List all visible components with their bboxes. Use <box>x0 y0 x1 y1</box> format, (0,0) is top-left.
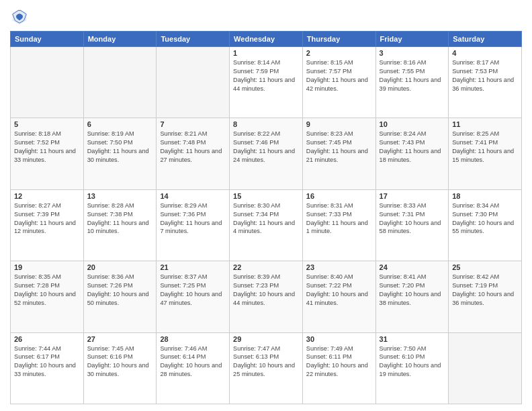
day-number: 5 <box>14 120 80 128</box>
calendar-day-cell: 11Sunrise: 8:25 AMSunset: 7:41 PMDayligh… <box>449 118 522 189</box>
day-number: 3 <box>380 49 445 57</box>
calendar-day-cell: 15Sunrise: 8:30 AMSunset: 7:34 PMDayligh… <box>230 189 303 261</box>
calendar-day-cell: 31Sunrise: 7:50 AMSunset: 6:10 PMDayligh… <box>375 332 449 404</box>
header <box>10 7 522 26</box>
day-number: 13 <box>87 192 153 200</box>
day-info: Sunrise: 8:34 AMSunset: 7:30 PMDaylight:… <box>452 202 514 235</box>
day-number: 22 <box>233 263 299 271</box>
calendar-day-cell: 8Sunrise: 8:22 AMSunset: 7:46 PMDaylight… <box>230 118 303 189</box>
day-info: Sunrise: 8:33 AMSunset: 7:31 PMDaylight:… <box>380 202 441 235</box>
calendar-day-cell: 17Sunrise: 8:33 AMSunset: 7:31 PMDayligh… <box>375 189 449 261</box>
calendar-header-tuesday: Tuesday <box>157 32 230 47</box>
calendar-day-cell: 3Sunrise: 8:16 AMSunset: 7:55 PMDaylight… <box>375 47 449 118</box>
calendar-day-cell: 23Sunrise: 8:40 AMSunset: 7:22 PMDayligh… <box>302 261 375 332</box>
day-info: Sunrise: 8:15 AMSunset: 7:57 PMDaylight:… <box>306 59 368 92</box>
day-number: 30 <box>306 335 372 343</box>
day-info: Sunrise: 8:35 AMSunset: 7:28 PMDaylight:… <box>14 273 76 306</box>
calendar-day-cell: 16Sunrise: 8:31 AMSunset: 7:33 PMDayligh… <box>302 189 375 261</box>
calendar-day-cell: 28Sunrise: 7:46 AMSunset: 6:14 PMDayligh… <box>157 332 230 404</box>
day-number: 29 <box>233 335 299 343</box>
calendar-day-cell <box>83 47 157 118</box>
calendar-day-cell: 2Sunrise: 8:15 AMSunset: 7:57 PMDaylight… <box>302 47 375 118</box>
calendar-day-cell: 21Sunrise: 8:37 AMSunset: 7:25 PMDayligh… <box>157 261 230 332</box>
calendar-day-cell: 1Sunrise: 8:14 AMSunset: 7:59 PMDaylight… <box>230 47 303 118</box>
calendar-day-cell: 12Sunrise: 8:27 AMSunset: 7:39 PMDayligh… <box>11 189 84 261</box>
day-info: Sunrise: 8:27 AMSunset: 7:39 PMDaylight:… <box>14 202 76 235</box>
calendar-day-cell: 30Sunrise: 7:49 AMSunset: 6:11 PMDayligh… <box>302 332 375 404</box>
day-number: 15 <box>233 192 299 200</box>
calendar-day-cell: 22Sunrise: 8:39 AMSunset: 7:23 PMDayligh… <box>230 261 303 332</box>
day-number: 1 <box>233 49 299 57</box>
calendar-day-cell: 26Sunrise: 7:44 AMSunset: 6:17 PMDayligh… <box>11 332 84 404</box>
day-info: Sunrise: 7:44 AMSunset: 6:17 PMDaylight:… <box>14 345 76 378</box>
calendar-day-cell: 13Sunrise: 8:28 AMSunset: 7:38 PMDayligh… <box>83 189 157 261</box>
calendar-day-cell: 6Sunrise: 8:19 AMSunset: 7:50 PMDaylight… <box>83 118 157 189</box>
day-info: Sunrise: 8:31 AMSunset: 7:33 PMDaylight:… <box>306 202 368 235</box>
calendar-day-cell <box>11 47 84 118</box>
day-number: 18 <box>452 192 518 200</box>
day-number: 8 <box>233 120 299 128</box>
calendar-day-cell: 27Sunrise: 7:45 AMSunset: 6:16 PMDayligh… <box>83 332 157 404</box>
day-info: Sunrise: 8:42 AMSunset: 7:19 PMDaylight:… <box>452 273 514 306</box>
day-number: 10 <box>380 120 445 128</box>
day-info: Sunrise: 8:37 AMSunset: 7:25 PMDaylight:… <box>160 273 222 306</box>
day-info: Sunrise: 7:45 AMSunset: 6:16 PMDaylight:… <box>87 345 149 378</box>
calendar-day-cell: 5Sunrise: 8:18 AMSunset: 7:52 PMDaylight… <box>11 118 84 189</box>
day-number: 24 <box>380 263 445 271</box>
calendar-header-wednesday: Wednesday <box>230 32 303 47</box>
day-info: Sunrise: 8:22 AMSunset: 7:46 PMDaylight:… <box>233 130 295 163</box>
day-info: Sunrise: 7:47 AMSunset: 6:13 PMDaylight:… <box>233 345 295 378</box>
day-number: 26 <box>14 335 80 343</box>
calendar-day-cell: 7Sunrise: 8:21 AMSunset: 7:48 PMDaylight… <box>157 118 230 189</box>
calendar-header-friday: Friday <box>375 32 449 47</box>
page: SundayMondayTuesdayWednesdayThursdayFrid… <box>0 0 532 411</box>
day-number: 11 <box>452 120 518 128</box>
calendar-header-thursday: Thursday <box>302 32 375 47</box>
day-info: Sunrise: 8:17 AMSunset: 7:53 PMDaylight:… <box>452 59 514 92</box>
day-info: Sunrise: 8:16 AMSunset: 7:55 PMDaylight:… <box>380 59 441 92</box>
day-info: Sunrise: 8:18 AMSunset: 7:52 PMDaylight:… <box>14 130 76 163</box>
day-info: Sunrise: 8:28 AMSunset: 7:38 PMDaylight:… <box>87 202 149 235</box>
calendar-day-cell: 25Sunrise: 8:42 AMSunset: 7:19 PMDayligh… <box>449 261 522 332</box>
calendar-day-cell: 20Sunrise: 8:36 AMSunset: 7:26 PMDayligh… <box>83 261 157 332</box>
calendar-table: SundayMondayTuesdayWednesdayThursdayFrid… <box>10 31 522 404</box>
calendar-day-cell: 14Sunrise: 8:29 AMSunset: 7:36 PMDayligh… <box>157 189 230 261</box>
day-number: 28 <box>160 335 226 343</box>
day-number: 27 <box>87 335 153 343</box>
day-info: Sunrise: 8:21 AMSunset: 7:48 PMDaylight:… <box>160 130 222 163</box>
day-info: Sunrise: 8:40 AMSunset: 7:22 PMDaylight:… <box>306 273 368 306</box>
day-number: 7 <box>160 120 226 128</box>
day-number: 31 <box>380 335 445 343</box>
day-number: 9 <box>306 120 372 128</box>
day-info: Sunrise: 8:25 AMSunset: 7:41 PMDaylight:… <box>452 130 514 163</box>
calendar-day-cell: 19Sunrise: 8:35 AMSunset: 7:28 PMDayligh… <box>11 261 84 332</box>
day-info: Sunrise: 8:23 AMSunset: 7:45 PMDaylight:… <box>306 130 368 163</box>
day-info: Sunrise: 8:19 AMSunset: 7:50 PMDaylight:… <box>87 130 149 163</box>
day-number: 14 <box>160 192 226 200</box>
calendar-day-cell: 18Sunrise: 8:34 AMSunset: 7:30 PMDayligh… <box>449 189 522 261</box>
day-info: Sunrise: 7:50 AMSunset: 6:10 PMDaylight:… <box>380 345 441 378</box>
calendar-header-sunday: Sunday <box>11 32 84 47</box>
calendar-week-row: 19Sunrise: 8:35 AMSunset: 7:28 PMDayligh… <box>11 261 522 332</box>
day-info: Sunrise: 7:46 AMSunset: 6:14 PMDaylight:… <box>160 345 222 378</box>
calendar-day-cell: 24Sunrise: 8:41 AMSunset: 7:20 PMDayligh… <box>375 261 449 332</box>
calendar-day-cell <box>449 332 522 404</box>
day-info: Sunrise: 8:14 AMSunset: 7:59 PMDaylight:… <box>233 59 295 92</box>
day-number: 17 <box>380 192 445 200</box>
day-number: 12 <box>14 192 80 200</box>
day-info: Sunrise: 7:49 AMSunset: 6:11 PMDaylight:… <box>306 345 368 378</box>
day-info: Sunrise: 8:29 AMSunset: 7:36 PMDaylight:… <box>160 202 222 235</box>
logo-icon <box>10 7 29 26</box>
calendar-header-monday: Monday <box>83 32 157 47</box>
day-number: 4 <box>452 49 518 57</box>
day-number: 6 <box>87 120 153 128</box>
calendar-week-row: 12Sunrise: 8:27 AMSunset: 7:39 PMDayligh… <box>11 189 522 261</box>
day-number: 21 <box>160 263 226 271</box>
day-info: Sunrise: 8:30 AMSunset: 7:34 PMDaylight:… <box>233 202 295 235</box>
calendar-week-row: 26Sunrise: 7:44 AMSunset: 6:17 PMDayligh… <box>11 332 522 404</box>
day-info: Sunrise: 8:41 AMSunset: 7:20 PMDaylight:… <box>380 273 441 306</box>
day-number: 19 <box>14 263 80 271</box>
day-info: Sunrise: 8:39 AMSunset: 7:23 PMDaylight:… <box>233 273 295 306</box>
calendar-header-row: SundayMondayTuesdayWednesdayThursdayFrid… <box>11 32 522 47</box>
calendar-day-cell: 29Sunrise: 7:47 AMSunset: 6:13 PMDayligh… <box>230 332 303 404</box>
